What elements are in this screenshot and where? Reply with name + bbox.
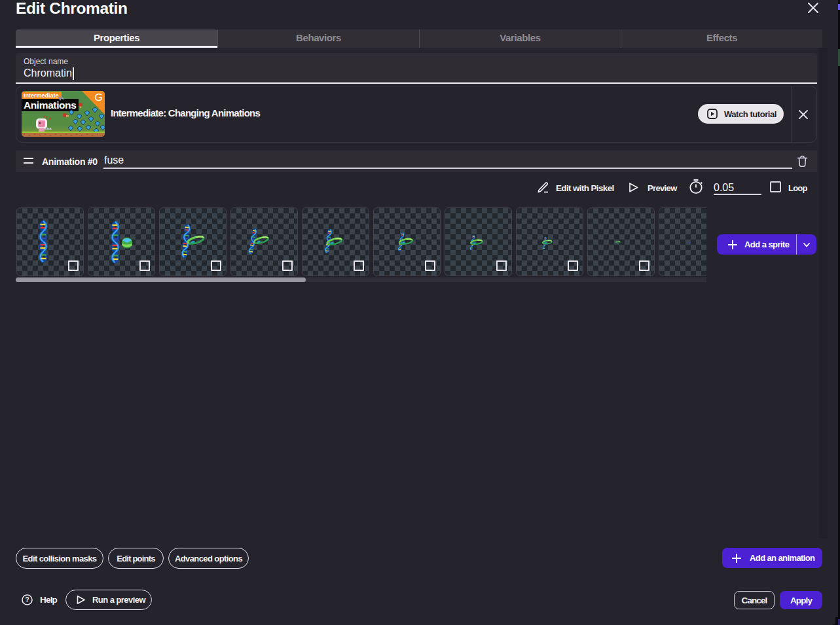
- svg-text:Animations: Animations: [24, 99, 76, 111]
- svg-text:?: ?: [25, 596, 29, 603]
- svg-text:Intermediate: Intermediate: [24, 92, 59, 99]
